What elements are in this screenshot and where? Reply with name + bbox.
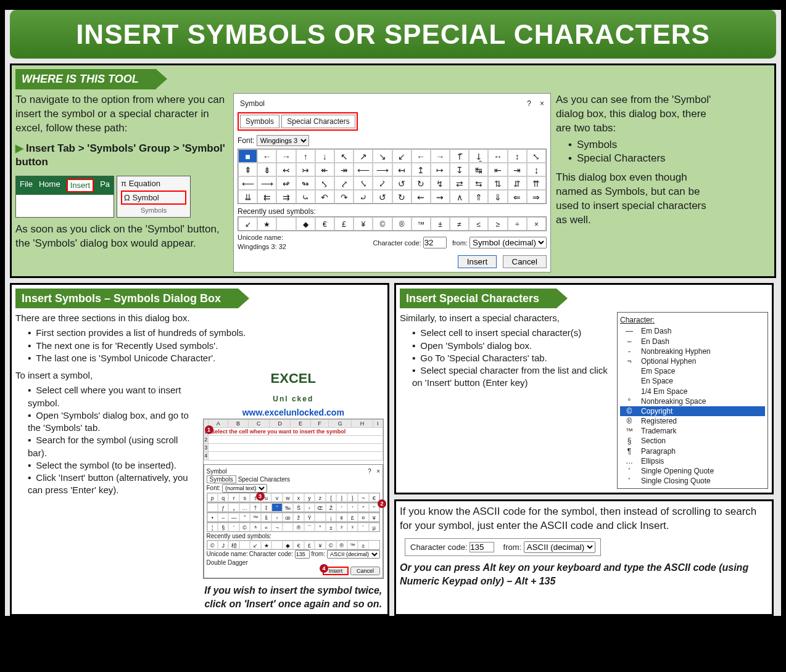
badge-2: 2 bbox=[378, 499, 386, 508]
repeat-note: If you wish to insert the symbol twice, … bbox=[203, 584, 384, 610]
insert-button[interactable]: Insert bbox=[458, 255, 497, 268]
section-ascii: If you know the ASCII code for the symbo… bbox=[394, 499, 774, 616]
unicode-label: Unicode name: bbox=[238, 234, 283, 241]
ascii-p2: Or you can press Alt key on your keyboar… bbox=[400, 561, 768, 588]
logo-block: EXCELUnl cked www.excelunlocked.com bbox=[203, 369, 384, 419]
website-link[interactable]: www.excelunlocked.com bbox=[242, 408, 344, 417]
recent-symbols[interactable]: ↙★◆€£¥©®™±≠≤≥÷× bbox=[238, 216, 547, 231]
nav-path: ▶Insert Tab > 'Symbols' Group > 'Symbol'… bbox=[15, 142, 228, 170]
symbol-grid[interactable]: ■←→↑↓↖↗↘↙←→↑̄↓̱↔↕⤡⇞⇟↢↣↞↠⟵⟶↤↥↦↧↹⇤⇥↨⟵⟶↫↬⤣⤤… bbox=[238, 149, 547, 204]
ribbon-tab-file[interactable]: File bbox=[20, 179, 33, 192]
step5: Click 'Insert' button (alternatively, yo… bbox=[28, 472, 197, 497]
left-sub: To insert a symbol, bbox=[15, 369, 197, 382]
ascii-from-select[interactable]: ASCII (decimal) bbox=[524, 541, 595, 553]
left-li3: The last one is 'Symbol Unicode Characte… bbox=[28, 352, 384, 364]
cancel-button[interactable]: Cancel bbox=[503, 255, 547, 268]
ribbon-tab-home[interactable]: Home bbox=[39, 179, 60, 192]
section-insert-symbols: Insert Symbols – Symbols Dialog Box Ther… bbox=[10, 283, 389, 616]
sc-s3: Go To 'Special Characters' tab. bbox=[412, 352, 611, 364]
font-select[interactable]: Wingdings 3 bbox=[257, 135, 309, 146]
sc-s2: Open 'Symbols' dialog box. bbox=[412, 340, 611, 352]
symbols-group: π Equation Ω Symbol Symbols bbox=[117, 176, 191, 218]
step4: Select the symbol (to be inserted). bbox=[28, 459, 197, 472]
font-label: Font: bbox=[238, 136, 254, 145]
section-special-chars: Insert Special Characters Similarly, to … bbox=[394, 283, 774, 494]
from-label: from: bbox=[452, 239, 468, 247]
left-li2: The next one is for 'Recently Used symbo… bbox=[28, 340, 384, 352]
ascii-p1: If you know the ASCII code for the symbo… bbox=[400, 505, 768, 533]
recent-label: Recently used symbols: bbox=[238, 207, 547, 216]
special-char-list[interactable]: Character: —Em Dash–En Dash-Nonbreaking … bbox=[617, 312, 768, 489]
charcode-label: Character code: bbox=[373, 239, 421, 247]
tab-symbols[interactable]: Symbols bbox=[240, 115, 279, 128]
sc-s1: Select cell to insert special character(… bbox=[412, 327, 611, 339]
header-special-chars: Insert Special Characters bbox=[400, 289, 556, 308]
where-after: As soon as you click on the 'Symbol' but… bbox=[15, 223, 228, 251]
page-title: INSERT SYMBOLS OR SPECIAL CHARACTERS bbox=[10, 10, 776, 59]
equation-button[interactable]: π Equation bbox=[121, 179, 160, 188]
ascii-snippet: Character code: from: ASCII (decimal) bbox=[405, 538, 601, 556]
play-icon: ▶ bbox=[15, 142, 23, 154]
badge-1: 1 bbox=[205, 425, 213, 434]
left-li1: First section provides a list of hundred… bbox=[28, 327, 384, 339]
right-intro: As you can see from the 'Symbol' dialog … bbox=[556, 93, 716, 136]
mini-symbol-dialog: 3 2 4 Symbol? × Symbols Special Characte… bbox=[204, 464, 384, 579]
symbol-dialog: Symbol ?× Symbols Special Characters Fon… bbox=[233, 93, 551, 272]
from-select[interactable]: Symbol (decimal) bbox=[470, 237, 547, 248]
step3: Search for the symbol (using scroll bar)… bbox=[28, 434, 197, 459]
group-label: Symbols bbox=[121, 206, 186, 215]
right-note: This dialog box even though named as Sym… bbox=[556, 171, 716, 227]
unicode-name: Wingdings 3: 32 bbox=[238, 243, 286, 250]
sc-s4: Select special character from the list a… bbox=[412, 364, 611, 390]
tab-special-chars[interactable]: Special Characters bbox=[281, 115, 355, 128]
sc-intro: Similarly, to insert a special character… bbox=[400, 312, 611, 324]
ribbon-tab-insert[interactable]: Insert bbox=[67, 179, 94, 192]
right-li-symbols: Symbols bbox=[568, 138, 716, 152]
close-icon[interactable]: × bbox=[540, 99, 544, 108]
right-li-special: Special Characters bbox=[568, 152, 716, 166]
section-header-where: WHERE IS THIS TOOL bbox=[15, 69, 156, 89]
where-intro: To navigate to the option from where you… bbox=[15, 93, 228, 136]
symbol-button[interactable]: Ω Symbol bbox=[121, 191, 186, 205]
badge-3: 3 bbox=[256, 492, 265, 501]
ribbon-tab-pa[interactable]: Pa bbox=[100, 179, 110, 192]
charcode-input[interactable] bbox=[423, 237, 447, 248]
badge-4: 4 bbox=[320, 564, 328, 573]
help-icon[interactable]: ? bbox=[527, 99, 531, 108]
header-insert-symbols: Insert Symbols – Symbols Dialog Box bbox=[15, 289, 238, 308]
step1: Select cell where you want to insert sym… bbox=[28, 384, 197, 409]
ascii-code-input[interactable] bbox=[470, 542, 494, 552]
section-where: WHERE IS THIS TOOL To navigate to the op… bbox=[10, 64, 776, 278]
ribbon-snippet: File Home Insert Pa bbox=[15, 176, 114, 218]
sheet-snippet: 1 ABCDEFGHI 1Select the cell where you w… bbox=[203, 419, 384, 579]
step2: Open 'Symbols' dialog box, and go to the… bbox=[28, 409, 197, 435]
left-intro: There are three sections in this dialog … bbox=[15, 312, 384, 324]
dialog-title-text: Symbol bbox=[240, 99, 265, 109]
